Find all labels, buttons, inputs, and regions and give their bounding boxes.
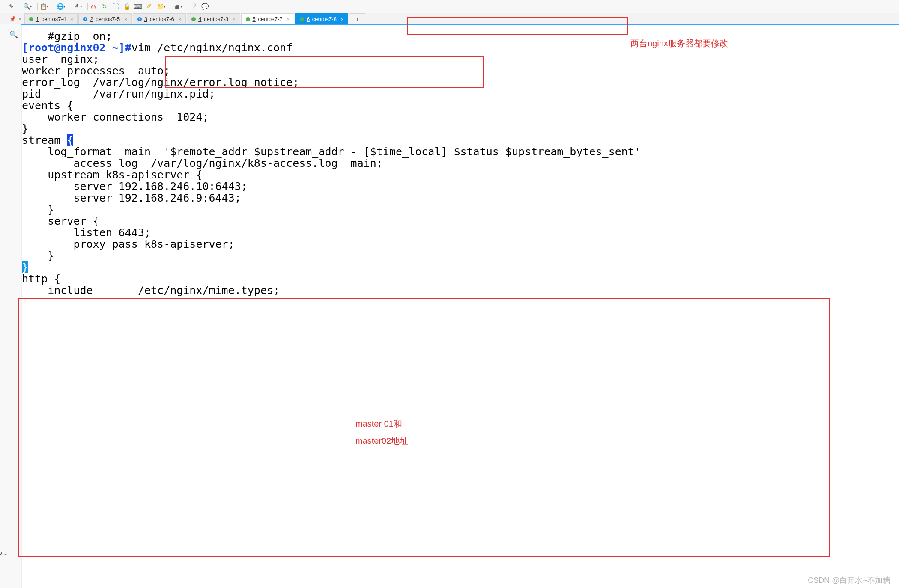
separator — [54, 3, 54, 10]
separator — [87, 3, 88, 10]
code-line: } — [22, 204, 899, 215]
close-icon[interactable]: × — [287, 17, 290, 22]
pin-icon[interactable]: 📌 — [9, 16, 16, 22]
work-area: 🔍 5.... #gzip on; [root@nginx02 ~]#vim /… — [0, 24, 899, 588]
code-line: } — [22, 261, 899, 273]
globe-icon[interactable]: 🌐▾ — [56, 3, 66, 10]
stream-keyword: stream — [22, 134, 67, 146]
expand-icon[interactable]: ⛶ — [112, 3, 119, 10]
keyboard-icon[interactable]: ⌨ — [134, 3, 142, 10]
code-line: log_format main '$remote_addr $upstream_… — [22, 146, 899, 157]
gutter-label: 5.... — [0, 550, 8, 556]
code-line: server { — [22, 215, 899, 227]
copy-icon[interactable]: 📋▾ — [39, 3, 49, 10]
code-line: http { — [22, 273, 899, 285]
tab-label: centos7-6 — [150, 16, 174, 22]
code-line: error_log /var/log/nginx/error.log notic… — [22, 77, 899, 88]
code-line: listen 6443; — [22, 227, 899, 238]
top-toolbar: ✎ 🔍▾ 📋▾ 🌐▾ A▾ ◎ ↻ ⛶ 🔒 ⌨ ✐ 📁▾ ▦▾ ❔ 💬 — [0, 0, 899, 13]
matching-brace-open: { — [67, 134, 73, 146]
close-panel-icon[interactable]: × — [18, 16, 21, 22]
divider — [21, 24, 899, 25]
code-line: worker_connections 1024; — [22, 111, 899, 123]
close-icon[interactable]: × — [341, 17, 343, 22]
separator — [71, 3, 71, 10]
tab-centos7-8[interactable]: 6 centos7-8 × — [295, 13, 348, 24]
tab-centos7-6[interactable]: i 3 centos7-6 × — [133, 13, 186, 24]
separator — [171, 3, 171, 10]
separator — [21, 3, 21, 10]
code-line: events { — [22, 100, 899, 111]
command: vim /etc/nginx/nginx.conf — [131, 42, 293, 54]
tab-row: 📌 × 1 centos7-4 × i 2 centos7-5 × i 3 ce… — [0, 13, 899, 24]
annotation-note-master2: master02地址 — [355, 435, 408, 447]
tab-centos7-4[interactable]: 1 centos7-4 × — [24, 13, 78, 24]
info-dot-icon: i — [137, 17, 142, 21]
code-line: #gzip on; — [22, 30, 899, 42]
code-line: user nginx; — [22, 53, 899, 65]
lock-icon[interactable]: 🔒 — [123, 3, 131, 10]
tab-number: 1 — [36, 16, 39, 22]
annotation-note-master1: master 01和 — [355, 418, 402, 430]
prompt-line: [root@nginx02 ~]#vim /etc/nginx/nginx.co… — [22, 42, 899, 53]
terminal[interactable]: #gzip on; [root@nginx02 ~]#vim /etc/ngin… — [22, 24, 899, 588]
code-line: access_log /var/log/nginx/k8s-access.log… — [22, 157, 899, 169]
status-dot-icon — [191, 17, 196, 21]
code-line: worker_processes auto; — [22, 65, 899, 77]
info-dot-icon: i — [83, 17, 87, 21]
status-dot-icon — [29, 17, 33, 21]
pin-area: 📌 × — [0, 13, 24, 24]
tab-centos7-5[interactable]: i 2 centos7-5 × — [78, 13, 131, 24]
code-line: server 192.168.246.9:6443; — [22, 192, 899, 204]
status-dot-icon — [246, 17, 250, 21]
code-line: upstream k8s-apiserver { — [22, 169, 899, 181]
highlighter-icon[interactable]: ✐ — [145, 3, 153, 10]
annotation-note-top: 两台nginx服务器都要修改 — [630, 38, 728, 49]
tab-label: centos7-8 — [312, 16, 337, 22]
code-line: pid /var/run/nginx.pid; — [22, 88, 899, 100]
code-line: server 192.168.246.10:6443; — [22, 181, 899, 192]
close-icon[interactable]: × — [233, 17, 235, 22]
separator — [37, 3, 38, 10]
add-folder-icon[interactable]: 📁▾ — [156, 3, 166, 10]
separator — [188, 3, 188, 10]
search-icon[interactable]: 🔍 — [9, 30, 18, 39]
code-line: proxy_pass k8s-apiserver; — [22, 238, 899, 250]
close-icon[interactable]: × — [70, 17, 73, 22]
tab-number: 5 — [253, 16, 256, 22]
watermark: CSDN @白开水~不加糖 — [808, 575, 890, 585]
matching-brace-close: } — [22, 261, 28, 273]
tab-number: 6 — [307, 16, 310, 22]
refresh-icon[interactable]: ↻ — [101, 3, 108, 10]
tabs-container: 1 centos7-4 × i 2 centos7-5 × i 3 centos… — [24, 13, 899, 24]
code-line: include /etc/nginx/mime.types; — [22, 285, 899, 296]
tab-label: centos7-3 — [204, 16, 228, 22]
pencil-icon[interactable]: ✎ — [8, 3, 15, 10]
left-gutter: 🔍 5.... — [0, 24, 22, 588]
tab-label: centos7-5 — [96, 16, 120, 22]
tab-number: 3 — [144, 16, 147, 22]
tab-centos7-3[interactable]: 4 centos7-3 × — [187, 13, 240, 24]
target-icon[interactable]: ◎ — [90, 3, 97, 10]
status-dot-icon — [300, 17, 304, 21]
prompt: [root@nginx02 ~]# — [22, 42, 131, 54]
tab-centos7-7[interactable]: 5 centos7-7 × — [241, 13, 294, 24]
code-line: stream { — [22, 134, 899, 146]
close-icon[interactable]: × — [124, 17, 127, 22]
help-icon[interactable]: ❔ — [190, 3, 197, 10]
code-line: } — [22, 123, 899, 134]
tab-label: centos7-4 — [42, 16, 66, 22]
search-icon[interactable]: 🔍▾ — [23, 3, 32, 10]
tab-label: centos7-7 — [258, 16, 282, 22]
layout-icon[interactable]: ▦▾ — [173, 3, 182, 10]
chat-icon[interactable]: 💬 — [201, 3, 209, 10]
code-line: } — [22, 250, 899, 261]
font-icon[interactable]: A▾ — [73, 3, 82, 10]
new-tab-button[interactable]: + — [349, 13, 365, 25]
tab-number: 2 — [90, 16, 93, 22]
close-icon[interactable]: × — [179, 17, 181, 22]
tab-number: 4 — [198, 16, 201, 22]
